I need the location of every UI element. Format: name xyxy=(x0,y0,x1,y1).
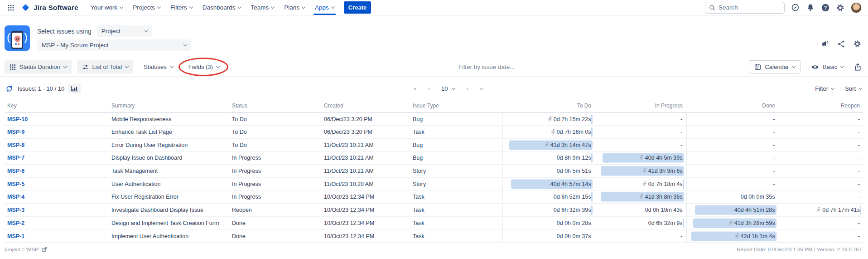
chevron-down-icon xyxy=(858,86,862,89)
issues-count: Issues: 1 - 10 / 10 xyxy=(18,85,64,92)
chevron-down-icon xyxy=(840,64,844,68)
logo-text: Jira Software xyxy=(34,4,78,12)
issue-key-link[interactable]: MSP-1 xyxy=(7,233,24,239)
face-icon xyxy=(14,35,21,42)
create-button[interactable]: Create xyxy=(344,1,371,14)
chevron-down-icon xyxy=(120,5,123,9)
issue-summary: Mobile Responsiveness xyxy=(108,112,228,126)
runner-icon xyxy=(642,168,647,173)
issue-created: 11/Oct/23 10:21 AM xyxy=(320,165,409,178)
duration-bar xyxy=(591,153,593,163)
column-header-issue-type[interactable]: Issue Type xyxy=(409,101,502,112)
filter-dropdown[interactable]: Filter xyxy=(815,85,834,92)
issue-key-link[interactable]: MSP-2 xyxy=(7,220,24,226)
app-switcher-icon[interactable] xyxy=(5,2,17,13)
table-row: MSP-4 Fix User Registration Error In Pro… xyxy=(5,191,863,204)
search-box[interactable] xyxy=(705,2,785,14)
duration-bar xyxy=(591,114,593,124)
issue-table-body: MSP-10 Mobile Responsiveness To Do 06/De… xyxy=(5,112,863,243)
megaphone-icon[interactable] xyxy=(820,40,829,48)
duration-todo: 0d 7h 15m 22s xyxy=(502,112,595,126)
duration-todo: 0d 0h 0m 28s xyxy=(502,217,595,230)
chevron-down-icon xyxy=(271,5,275,9)
date-filter-input[interactable]: Filter by issue date... xyxy=(224,64,749,70)
issue-key-link[interactable]: MSP-8 xyxy=(7,142,24,148)
nav-item-projects[interactable]: Projects xyxy=(128,0,165,15)
issue-source-dropdown[interactable]: Project xyxy=(97,25,152,37)
settings-gear-icon[interactable] xyxy=(836,3,845,12)
discover-icon[interactable] xyxy=(791,3,800,12)
duration-reopen: - xyxy=(779,217,863,230)
time-format-dropdown[interactable]: Calendar xyxy=(749,60,800,73)
help-icon[interactable]: ? xyxy=(821,3,830,12)
issue-created: 11/Oct/23 10:21 AM xyxy=(320,151,409,165)
runner-icon xyxy=(547,116,552,122)
table-row: MSP-2 Design and Implement Task Creation… xyxy=(5,217,863,230)
settings-gear-icon[interactable] xyxy=(853,39,862,48)
statuses-dropdown[interactable]: Statuses xyxy=(139,60,178,73)
issue-status: Done xyxy=(228,230,320,243)
jql-link[interactable]: project = 'MSP' xyxy=(5,247,47,252)
issue-key-link[interactable]: MSP-4 xyxy=(7,194,24,200)
first-page-button[interactable]: « xyxy=(413,85,416,92)
report-type-dropdown[interactable]: Status Duration xyxy=(5,60,72,73)
nav-item-plans[interactable]: Plans xyxy=(279,0,310,15)
issue-key-link[interactable]: MSP-10 xyxy=(7,116,28,122)
nav-item-teams[interactable]: Teams xyxy=(246,0,280,15)
column-header-created[interactable]: Created xyxy=(320,101,409,112)
next-page-button[interactable]: › xyxy=(467,85,468,92)
column-header-summary[interactable]: Summary xyxy=(108,101,228,112)
user-avatar[interactable] xyxy=(851,2,862,13)
duration-todo: 0d 8h 9m 12s xyxy=(502,151,595,165)
issue-created: 10/Oct/23 12:34 PM xyxy=(320,230,409,243)
column-header-in-progress[interactable]: In Progress xyxy=(595,101,686,112)
chevron-down-icon xyxy=(169,64,173,68)
issue-type: Task xyxy=(409,217,502,230)
duration-reopen: - xyxy=(779,126,863,139)
column-header-done[interactable]: Done xyxy=(686,101,779,112)
export-icon[interactable] xyxy=(854,63,862,71)
issue-type: Task xyxy=(409,126,502,139)
prev-page-button[interactable]: ‹ xyxy=(428,85,429,92)
report-type-grid-icon xyxy=(10,64,16,70)
aggregation-dropdown[interactable]: List of Total xyxy=(77,60,134,73)
issue-summary: User Authentication xyxy=(108,177,228,191)
fields-dropdown[interactable]: Fields (3) xyxy=(183,60,224,73)
chevron-down-icon xyxy=(792,64,796,68)
jira-logo[interactable]: Jira Software xyxy=(21,3,78,12)
issue-key-link[interactable]: MSP-7 xyxy=(7,155,24,161)
chart-view-button[interactable] xyxy=(68,84,81,93)
duration-in-progress: 40d 4h 5m 39s xyxy=(595,151,686,165)
issue-key-link[interactable]: MSP-6 xyxy=(7,168,24,174)
search-input[interactable] xyxy=(719,4,773,11)
table-row: MSP-7 Display Issue on Dashboard In Prog… xyxy=(5,151,863,165)
issue-key-link[interactable]: MSP-5 xyxy=(7,181,24,187)
last-page-button[interactable]: » xyxy=(480,85,482,92)
nav-item-apps[interactable]: Apps xyxy=(310,0,339,15)
column-header-todo[interactable]: To Do xyxy=(502,101,595,112)
chevron-down-icon xyxy=(125,64,129,68)
project-dropdown[interactable]: MSP - My Scrum Project xyxy=(37,39,191,51)
nav-item-your-work[interactable]: Your work xyxy=(86,0,128,15)
notifications-icon[interactable] xyxy=(806,3,815,12)
column-header-reopen[interactable]: Reopen xyxy=(779,101,863,112)
refresh-icon[interactable] xyxy=(5,85,13,93)
detail-level-dropdown[interactable]: Basic xyxy=(806,60,849,73)
issue-summary: Enhance Task List Page xyxy=(108,126,228,139)
duration-done: - xyxy=(686,151,779,165)
column-header-status[interactable]: Status xyxy=(228,101,320,112)
issue-key-link[interactable]: MSP-3 xyxy=(7,207,24,213)
page-size-dropdown[interactable]: 10 xyxy=(441,85,454,92)
pagination: « ‹ 10 › » xyxy=(81,85,815,92)
sort-dropdown[interactable]: Sort xyxy=(845,85,862,92)
chevron-down-icon xyxy=(189,5,193,9)
share-icon[interactable] xyxy=(837,40,845,48)
aggregation-sliders-icon xyxy=(82,64,89,70)
duration-reopen: - xyxy=(779,230,863,243)
nav-item-dashboards[interactable]: Dashboards xyxy=(198,0,246,15)
issue-created: 11/Oct/23 10:21 AM xyxy=(320,138,409,151)
issue-summary: Error During User Registration xyxy=(108,138,228,151)
issue-key-link[interactable]: MSP-9 xyxy=(7,129,24,135)
column-header-key[interactable]: Key xyxy=(5,101,108,112)
nav-item-filters[interactable]: Filters xyxy=(165,0,198,15)
